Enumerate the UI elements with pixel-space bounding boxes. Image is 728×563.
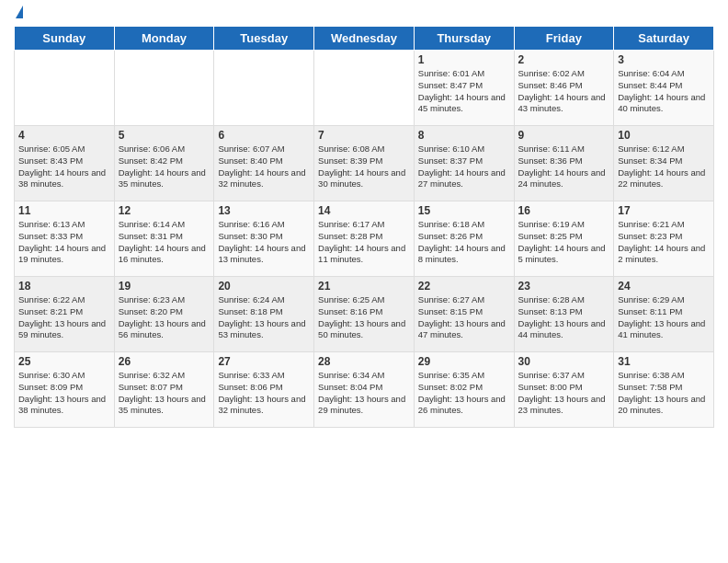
calendar-cell: 16Sunrise: 6:19 AM Sunset: 8:25 PM Dayli… — [514, 201, 614, 277]
calendar-cell: 29Sunrise: 6:35 AM Sunset: 8:02 PM Dayli… — [414, 352, 514, 428]
day-info: Sunrise: 6:05 AM Sunset: 8:43 PM Dayligh… — [18, 144, 110, 190]
calendar-cell — [314, 51, 415, 126]
calendar-cell: 2Sunrise: 6:02 AM Sunset: 8:46 PM Daylig… — [514, 51, 614, 126]
calendar-cell — [214, 51, 314, 126]
day-number: 6 — [218, 129, 310, 142]
day-info: Sunrise: 6:34 AM Sunset: 8:04 PM Dayligh… — [318, 370, 410, 417]
day-info: Sunrise: 6:22 AM Sunset: 8:21 PM Dayligh… — [18, 294, 110, 341]
day-info: Sunrise: 6:23 AM Sunset: 8:20 PM Dayligh… — [119, 294, 210, 341]
calendar-cell: 9Sunrise: 6:11 AM Sunset: 8:36 PM Daylig… — [514, 126, 614, 201]
logo-text — [14, 9, 23, 18]
day-of-week-thursday: Thursday — [414, 27, 514, 51]
day-of-week-wednesday: Wednesday — [314, 27, 415, 51]
day-number: 25 — [18, 355, 110, 368]
calendar-cell: 7Sunrise: 6:08 AM Sunset: 8:39 PM Daylig… — [314, 126, 415, 201]
day-info: Sunrise: 6:04 AM Sunset: 8:44 PM Dayligh… — [618, 68, 710, 115]
calendar-cell: 13Sunrise: 6:16 AM Sunset: 8:30 PM Dayli… — [214, 201, 314, 277]
day-info: Sunrise: 6:21 AM Sunset: 8:23 PM Dayligh… — [618, 219, 710, 266]
day-info: Sunrise: 6:10 AM Sunset: 8:37 PM Dayligh… — [418, 144, 510, 190]
calendar-cell: 31Sunrise: 6:38 AM Sunset: 7:58 PM Dayli… — [614, 352, 714, 428]
day-info: Sunrise: 6:11 AM Sunset: 8:36 PM Dayligh… — [518, 144, 610, 190]
header — [14, 9, 714, 18]
day-info: Sunrise: 6:27 AM Sunset: 8:15 PM Dayligh… — [418, 294, 510, 341]
day-info: Sunrise: 6:17 AM Sunset: 8:28 PM Dayligh… — [318, 219, 410, 266]
calendar-header-row: SundayMondayTuesdayWednesdayThursdayFrid… — [15, 27, 714, 51]
day-info: Sunrise: 6:13 AM Sunset: 8:33 PM Dayligh… — [18, 219, 110, 266]
calendar-table: SundayMondayTuesdayWednesdayThursdayFrid… — [14, 26, 714, 428]
day-number: 20 — [218, 280, 310, 293]
calendar-cell — [114, 51, 214, 126]
calendar-cell: 18Sunrise: 6:22 AM Sunset: 8:21 PM Dayli… — [15, 277, 115, 352]
day-info: Sunrise: 6:35 AM Sunset: 8:02 PM Dayligh… — [418, 370, 510, 417]
day-info: Sunrise: 6:37 AM Sunset: 8:00 PM Dayligh… — [518, 370, 610, 417]
day-number: 22 — [418, 280, 510, 293]
calendar-cell: 4Sunrise: 6:05 AM Sunset: 8:43 PM Daylig… — [15, 126, 115, 201]
calendar-cell: 12Sunrise: 6:14 AM Sunset: 8:31 PM Dayli… — [114, 201, 214, 277]
day-number: 24 — [618, 280, 710, 293]
day-info: Sunrise: 6:12 AM Sunset: 8:34 PM Dayligh… — [618, 144, 710, 190]
day-number: 27 — [218, 355, 310, 368]
day-info: Sunrise: 6:38 AM Sunset: 7:58 PM Dayligh… — [618, 370, 710, 417]
day-info: Sunrise: 6:02 AM Sunset: 8:46 PM Dayligh… — [518, 68, 610, 115]
calendar-cell: 10Sunrise: 6:12 AM Sunset: 8:34 PM Dayli… — [614, 126, 714, 201]
calendar-cell: 1Sunrise: 6:01 AM Sunset: 8:47 PM Daylig… — [414, 51, 514, 126]
calendar-cell: 14Sunrise: 6:17 AM Sunset: 8:28 PM Dayli… — [314, 201, 415, 277]
day-number: 15 — [418, 204, 510, 217]
day-number: 2 — [518, 53, 610, 66]
calendar-cell: 25Sunrise: 6:30 AM Sunset: 8:09 PM Dayli… — [15, 352, 115, 428]
day-number: 1 — [418, 53, 510, 66]
day-info: Sunrise: 6:01 AM Sunset: 8:47 PM Dayligh… — [418, 68, 510, 115]
calendar-week-2: 4Sunrise: 6:05 AM Sunset: 8:43 PM Daylig… — [15, 126, 714, 201]
day-number: 5 — [119, 129, 210, 142]
day-info: Sunrise: 6:29 AM Sunset: 8:11 PM Dayligh… — [618, 294, 710, 341]
day-info: Sunrise: 6:24 AM Sunset: 8:18 PM Dayligh… — [218, 294, 310, 341]
day-info: Sunrise: 6:19 AM Sunset: 8:25 PM Dayligh… — [518, 219, 610, 266]
day-number: 31 — [618, 355, 710, 368]
calendar-week-4: 18Sunrise: 6:22 AM Sunset: 8:21 PM Dayli… — [15, 277, 714, 352]
day-info: Sunrise: 6:08 AM Sunset: 8:39 PM Dayligh… — [318, 144, 410, 190]
day-info: Sunrise: 6:32 AM Sunset: 8:07 PM Dayligh… — [119, 370, 210, 417]
day-of-week-tuesday: Tuesday — [214, 27, 314, 51]
calendar-cell: 3Sunrise: 6:04 AM Sunset: 8:44 PM Daylig… — [614, 51, 714, 126]
day-info: Sunrise: 6:14 AM Sunset: 8:31 PM Dayligh… — [119, 219, 210, 266]
day-number: 29 — [418, 355, 510, 368]
day-of-week-sunday: Sunday — [15, 27, 115, 51]
calendar-cell: 30Sunrise: 6:37 AM Sunset: 8:00 PM Dayli… — [514, 352, 614, 428]
calendar-cell: 21Sunrise: 6:25 AM Sunset: 8:16 PM Dayli… — [314, 277, 415, 352]
calendar-week-5: 25Sunrise: 6:30 AM Sunset: 8:09 PM Dayli… — [15, 352, 714, 428]
day-number: 18 — [18, 280, 110, 293]
calendar-cell: 24Sunrise: 6:29 AM Sunset: 8:11 PM Dayli… — [614, 277, 714, 352]
calendar-cell: 17Sunrise: 6:21 AM Sunset: 8:23 PM Dayli… — [614, 201, 714, 277]
day-number: 26 — [119, 355, 210, 368]
page: SundayMondayTuesdayWednesdayThursdayFrid… — [0, 0, 728, 563]
day-number: 13 — [218, 204, 310, 217]
calendar-cell: 22Sunrise: 6:27 AM Sunset: 8:15 PM Dayli… — [414, 277, 514, 352]
calendar-cell — [15, 51, 115, 126]
calendar-cell: 15Sunrise: 6:18 AM Sunset: 8:26 PM Dayli… — [414, 201, 514, 277]
calendar-cell: 5Sunrise: 6:06 AM Sunset: 8:42 PM Daylig… — [114, 126, 214, 201]
day-number: 21 — [318, 280, 410, 293]
day-number: 30 — [518, 355, 610, 368]
day-of-week-friday: Friday — [514, 27, 614, 51]
calendar-cell: 6Sunrise: 6:07 AM Sunset: 8:40 PM Daylig… — [214, 126, 314, 201]
day-number: 9 — [518, 129, 610, 142]
day-info: Sunrise: 6:28 AM Sunset: 8:13 PM Dayligh… — [518, 294, 610, 341]
calendar-cell: 26Sunrise: 6:32 AM Sunset: 8:07 PM Dayli… — [114, 352, 214, 428]
day-info: Sunrise: 6:18 AM Sunset: 8:26 PM Dayligh… — [418, 219, 510, 266]
day-info: Sunrise: 6:07 AM Sunset: 8:40 PM Dayligh… — [218, 144, 310, 190]
calendar-cell: 11Sunrise: 6:13 AM Sunset: 8:33 PM Dayli… — [15, 201, 115, 277]
day-number: 17 — [618, 204, 710, 217]
day-info: Sunrise: 6:30 AM Sunset: 8:09 PM Dayligh… — [18, 370, 110, 417]
day-info: Sunrise: 6:33 AM Sunset: 8:06 PM Dayligh… — [218, 370, 310, 417]
calendar-cell: 8Sunrise: 6:10 AM Sunset: 8:37 PM Daylig… — [414, 126, 514, 201]
logo — [14, 9, 23, 18]
day-number: 4 — [18, 129, 110, 142]
day-number: 19 — [119, 280, 210, 293]
day-of-week-saturday: Saturday — [614, 27, 714, 51]
day-number: 23 — [518, 280, 610, 293]
day-of-week-monday: Monday — [114, 27, 214, 51]
day-number: 8 — [418, 129, 510, 142]
day-number: 10 — [618, 129, 710, 142]
day-number: 16 — [518, 204, 610, 217]
day-number: 28 — [318, 355, 410, 368]
